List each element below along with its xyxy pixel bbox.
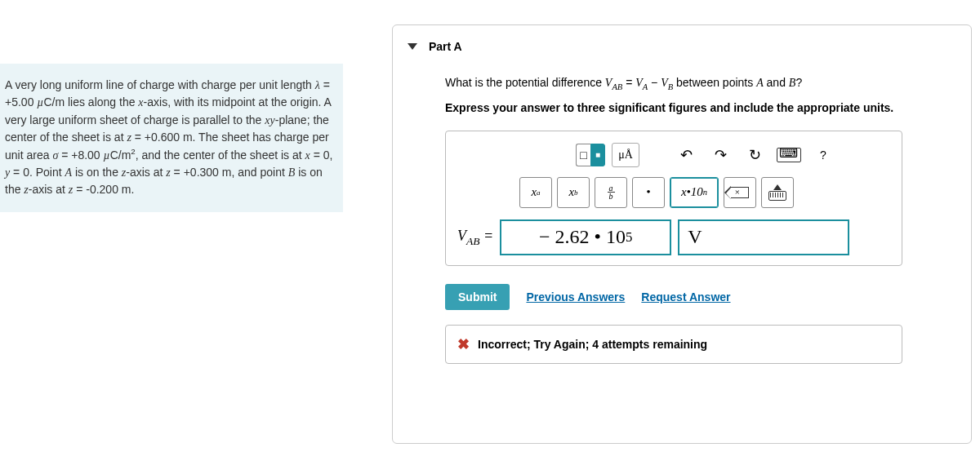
part-label: Part A	[429, 40, 462, 53]
previous-answers-link[interactable]: Previous Answers	[526, 290, 625, 304]
answer-lhs: VAB =	[457, 228, 493, 248]
submit-button[interactable]: Submit	[445, 284, 510, 310]
question-text: What is the potential difference VAB = V…	[445, 76, 953, 91]
templates-button[interactable]: □■	[576, 144, 605, 166]
question-instruction: Express your answer to three significant…	[445, 101, 953, 114]
sci-notation-button[interactable]: x•10n	[670, 177, 719, 208]
answer-unit-input[interactable]: V	[678, 219, 849, 255]
help-button[interactable]: ?	[809, 143, 837, 167]
dot-button[interactable]: •	[632, 177, 665, 208]
answer-panel: □■ μÅ ? xa xb ab	[445, 131, 902, 266]
chevron-down-icon	[408, 43, 417, 50]
units-label: μÅ	[618, 148, 633, 162]
part-panel: Part A What is the potential difference …	[392, 24, 972, 444]
feedback-box: ✖ Incorrect; Try Again; 4 attempts remai…	[445, 325, 902, 364]
redo-icon[interactable]	[706, 143, 734, 167]
part-header[interactable]: Part A	[408, 40, 953, 53]
units-button[interactable]: μÅ	[612, 143, 639, 167]
reset-icon[interactable]	[741, 143, 768, 167]
superscript-button[interactable]: xa	[519, 177, 552, 208]
request-answer-link[interactable]: Request Answer	[641, 290, 730, 304]
incorrect-icon: ✖	[457, 335, 470, 353]
backspace-button[interactable]: ×	[724, 177, 756, 208]
subscript-button[interactable]: xb	[557, 177, 590, 208]
keyboard-toggle-button[interactable]	[761, 177, 794, 208]
problem-statement: A very long uniform line of charge with …	[0, 64, 343, 212]
fraction-button[interactable]: ab	[595, 177, 627, 208]
keyboard-icon[interactable]	[775, 143, 803, 167]
feedback-text: Incorrect; Try Again; 4 attempts remaini…	[478, 338, 707, 351]
undo-icon[interactable]	[672, 143, 700, 167]
answer-value-input[interactable]: − 2.62 • 105	[500, 219, 671, 255]
